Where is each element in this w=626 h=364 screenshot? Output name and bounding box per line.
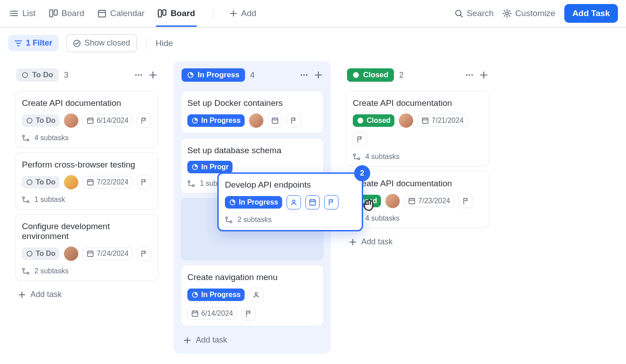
circle-icon [26, 179, 33, 186]
assignee-avatar[interactable] [64, 247, 78, 261]
status-chip[interactable]: To Do [22, 247, 59, 260]
due-date-empty[interactable] [305, 195, 320, 209]
gear-icon [503, 9, 512, 18]
assignee-avatar[interactable] [399, 113, 413, 128]
add-view-label: Add [241, 8, 256, 18]
calendar-icon [309, 199, 316, 206]
task-card[interactable]: Create API documentation To Do 6/14/2024… [15, 91, 158, 148]
status-chip[interactable]: Closed [353, 114, 394, 127]
board-icon [49, 9, 58, 18]
status-label: To Do [36, 250, 55, 258]
priority-flag[interactable] [353, 132, 367, 146]
view-tab-board-1[interactable]: Board [47, 1, 86, 27]
flag-icon [328, 199, 335, 206]
task-card[interactable]: Create navigation menu In Progress 6/14/… [181, 265, 324, 326]
status-label: In Progr [201, 163, 228, 171]
add-task-button[interactable]: Add Task [564, 4, 618, 23]
column-todo: To Do 3 Create API documentation To Do 6… [8, 61, 165, 308]
plus-icon[interactable] [148, 71, 157, 79]
plus-icon[interactable] [479, 71, 488, 79]
subtasks-row[interactable]: 1 subtask [22, 196, 152, 204]
check-circle-icon [73, 39, 81, 47]
subtasks-row[interactable]: 4 subtasks [22, 134, 152, 142]
subtasks-row[interactable]: 4 subtasks [353, 214, 482, 222]
priority-flag[interactable] [324, 195, 338, 209]
priority-flag[interactable] [137, 175, 151, 189]
add-task-label: Add task [30, 290, 62, 299]
view-tab-calendar[interactable]: Calendar [96, 1, 146, 27]
status-chip[interactable]: In Progress [187, 114, 245, 127]
plus-icon[interactable] [314, 71, 323, 79]
add-task-in-column[interactable]: Add task [343, 233, 492, 251]
dragging-card[interactable]: 2 Develop API endpoints In Progress 2 su… [217, 172, 363, 231]
task-card[interactable]: Perform cross-browser testing To Do 7/22… [15, 152, 158, 209]
due-date[interactable]: 7/22/2024 [83, 176, 132, 188]
assignee-avatar[interactable] [64, 113, 78, 128]
status-chip-todo[interactable]: To Do [16, 68, 59, 82]
subtasks-row[interactable]: 4 subtasks [353, 153, 482, 161]
due-date[interactable]: 7/24/2024 [83, 247, 132, 260]
priority-flag[interactable] [137, 247, 151, 261]
calendar-icon [87, 250, 94, 257]
column-header: To Do 3 [13, 66, 161, 86]
due-date[interactable]: 7/21/2024 [418, 114, 467, 127]
hide-button[interactable]: Hide [156, 38, 173, 48]
date-label: 6/14/2024 [201, 310, 233, 318]
more-icon[interactable] [134, 71, 143, 79]
subtask-icon [225, 216, 233, 224]
flag-icon [140, 250, 148, 257]
priority-flag[interactable] [137, 113, 151, 128]
view-tab-list[interactable]: List [8, 1, 38, 27]
assignee-avatar[interactable] [385, 194, 400, 208]
status-chip-progress[interactable]: In Progress [182, 68, 245, 82]
add-task-label: Add task [361, 237, 393, 247]
view-tabs: List Board Calendar Board Add [8, 1, 256, 26]
due-date[interactable]: 6/14/2024 [187, 307, 237, 320]
assignee-avatar[interactable] [64, 175, 78, 189]
assignee-empty[interactable] [249, 288, 263, 302]
priority-flag[interactable] [287, 113, 301, 128]
due-date-empty[interactable] [268, 113, 282, 128]
priority-flag[interactable] [459, 194, 473, 208]
status-chip[interactable]: In Progr [187, 161, 233, 173]
circle-icon [26, 117, 33, 124]
flag-icon [290, 117, 297, 124]
calendar-icon [87, 179, 94, 186]
status-chip-closed[interactable]: Closed [347, 68, 394, 82]
view-tab-board-active[interactable]: Board [156, 1, 197, 27]
show-closed-toggle[interactable]: Show closed [66, 34, 137, 52]
more-icon[interactable] [300, 71, 309, 79]
priority-flag[interactable] [241, 306, 256, 321]
filter-pill[interactable]: 1 Filter [8, 35, 59, 51]
more-icon[interactable] [465, 71, 474, 79]
plus-icon [183, 336, 191, 344]
grab-cursor-icon [361, 197, 376, 213]
due-date[interactable]: 7/23/2024 [404, 195, 454, 207]
add-task-in-column[interactable]: Add task [178, 331, 326, 349]
calendar-icon [191, 310, 199, 317]
flag-icon [140, 117, 148, 124]
task-card[interactable]: Create API documentation Closed 7/21/202… [346, 91, 489, 167]
status-chip[interactable]: In Progress [225, 196, 282, 209]
due-date[interactable]: 6/14/2024 [83, 114, 132, 127]
assignee-avatar[interactable] [249, 113, 263, 128]
add-task-in-column[interactable]: Add task [13, 285, 161, 304]
task-card[interactable]: Configure development environment To Do … [15, 214, 158, 281]
circle-icon [21, 71, 29, 79]
status-chip[interactable]: To Do [22, 114, 59, 127]
assignee-empty[interactable] [287, 195, 301, 209]
status-chip[interactable]: To Do [22, 176, 59, 188]
task-title: Set up Docker containers [187, 98, 317, 108]
list-icon [10, 9, 19, 18]
search-button[interactable]: Search [454, 8, 494, 18]
task-card[interactable]: Set up Docker containers In Progress [181, 91, 324, 134]
subtasks-row[interactable]: 2 subtasks [225, 216, 355, 224]
task-title: Set up database schema [187, 146, 317, 155]
add-view-button[interactable]: Add [229, 8, 256, 18]
calendar-icon [97, 9, 106, 18]
column-header: Closed 2 [343, 66, 492, 86]
customize-button[interactable]: Customize [503, 8, 555, 18]
status-chip[interactable]: In Progress [187, 289, 245, 301]
view-tab-label: Board [62, 8, 85, 18]
subtasks-row[interactable]: 2 subtasks [22, 267, 152, 275]
